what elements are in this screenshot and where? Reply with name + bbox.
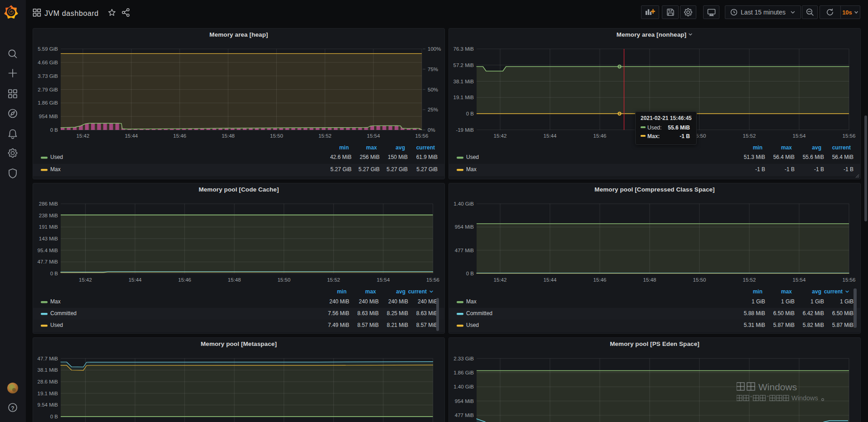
svg-text:Windows: Windows (758, 382, 797, 392)
svg-text:“: “ (750, 394, 752, 401)
svg-text:?: ? (11, 405, 14, 412)
svg-text:JVM dashboard: JVM dashboard (44, 10, 99, 17)
svg-text:”: ” (767, 394, 769, 401)
svg-text:Windows: Windows (791, 394, 818, 402)
